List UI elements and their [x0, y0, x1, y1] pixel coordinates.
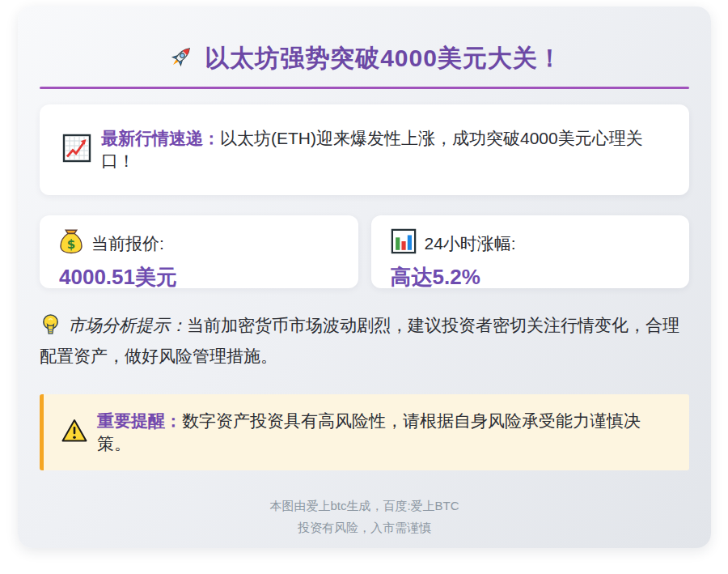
svg-text:$: $ — [67, 237, 75, 252]
footer-disclaimer-line: 投资有风险，入市需谨慎 — [40, 517, 689, 538]
poster-card: 以太坊强势突破4000美元大关！ 最新行情速递：以太坊(ETH)迎来爆发性上涨，… — [18, 6, 711, 548]
stats-row: $ 当前报价: 4000.51美元 24小时涨幅: 高达 — [40, 215, 689, 288]
change-stat-card: 24小时涨幅: 高达5.2% — [371, 215, 690, 288]
news-card: 最新行情速递：以太坊(ETH)迎来爆发性上涨，成功突破4000美元心理关口！ — [40, 104, 689, 195]
change-stat-label: 24小时涨幅: — [425, 232, 516, 255]
bar-chart-icon — [391, 228, 417, 258]
price-stat-label-row: $ 当前报价: — [59, 228, 339, 258]
warning-text-line: 重要提醒：数字资产投资具有高风险性，请根据自身风险承受能力谨慎决策。 — [97, 410, 671, 455]
price-stat-value: 4000.51美元 — [59, 263, 339, 291]
change-stat-label-row: 24小时涨幅: — [391, 228, 671, 258]
news-label: 最新行情速递： — [101, 129, 220, 147]
footer: 本图由爱上btc生成，百度:爱上BTC 投资有风险，入市需谨慎 — [40, 495, 689, 538]
footer-source-line: 本图由爱上btc生成，百度:爱上BTC — [40, 495, 689, 517]
warning-label: 重要提醒： — [97, 411, 182, 430]
warning-triangle-icon — [61, 419, 87, 447]
page-title: 以太坊强势突破4000美元大关！ — [205, 42, 563, 75]
analysis-label: 市场分析提示： — [68, 316, 187, 334]
warning-box: 重要提醒：数字资产投资具有高风险性，请根据自身风险承受能力谨慎决策。 — [40, 394, 689, 470]
money-bag-icon: $ — [59, 228, 83, 258]
rocket-icon — [166, 43, 195, 75]
analysis-paragraph: 市场分析提示：当前加密货币市场波动剧烈，建议投资者密切关注行情变化，合理配置资产… — [40, 310, 689, 372]
chart-up-icon — [62, 134, 91, 167]
price-stat-card: $ 当前报价: 4000.51美元 — [40, 215, 358, 288]
news-text-line: 最新行情速递：以太坊(ETH)迎来爆发性上涨，成功突破4000美元心理关口！ — [101, 127, 667, 172]
page-title-row: 以太坊强势突破4000美元大关！ — [40, 42, 689, 75]
light-bulb-icon — [40, 310, 68, 341]
change-stat-value: 高达5.2% — [391, 263, 671, 291]
price-stat-label: 当前报价: — [91, 232, 164, 255]
title-divider — [40, 87, 689, 89]
